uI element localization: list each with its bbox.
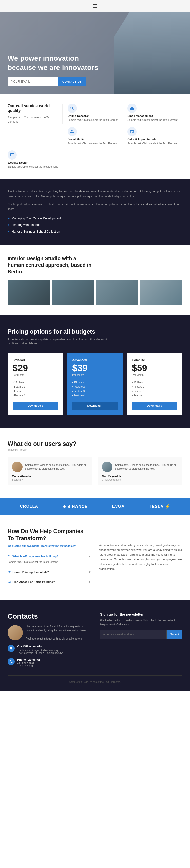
testimonial-text-2: Sample text. Click to select the text bo… bbox=[115, 463, 178, 471]
newsletter-submit-button[interactable]: Submit bbox=[167, 630, 182, 639]
calls-title: Calls & Appointments bbox=[127, 138, 182, 141]
newsletter-area: Sign up for the newsletter Want to be th… bbox=[100, 612, 182, 668]
pricing-header: Pricing options for all budgets Excepteu… bbox=[8, 328, 182, 346]
social-icon bbox=[68, 127, 77, 136]
download-advanced-button[interactable]: Download ↓ bbox=[72, 402, 118, 410]
footer-bottom: Sample text. Click to select the Text El… bbox=[8, 675, 182, 683]
accordion-header-1[interactable]: 01.What is off page seo link building? ▼ bbox=[8, 555, 91, 558]
phone-line1: +912 567 8987 bbox=[17, 662, 40, 665]
tier-standart: Standart bbox=[13, 358, 58, 362]
website-title: Website Design bbox=[8, 161, 63, 164]
bullet-list: ▶Managing Your Career Development ▶Leadi… bbox=[8, 215, 182, 235]
email-text: Sample text. Click to select the Text El… bbox=[127, 118, 182, 122]
feature-item-website: Website Design Sample text. Click to sel… bbox=[8, 150, 63, 168]
transform-title: How Do We Help Companies To Transform? bbox=[8, 528, 91, 542]
office-line2: The Courtyard, Al Qouz 1, Colorado USA bbox=[17, 652, 63, 654]
avatar-nat bbox=[102, 462, 113, 472]
office-title: Our Office Location bbox=[17, 645, 63, 648]
testimonial-header-2: Sample text. Click to select the text bo… bbox=[102, 462, 178, 472]
testimonial-card-1: Sample text. Click to select the text bo… bbox=[8, 457, 92, 485]
logos-section: CROLLA ◈ BINANCE EVGA TESLA ⚡ bbox=[0, 498, 190, 515]
dark-section: Amet luctus venenatis lectus magna fring… bbox=[0, 179, 190, 245]
phone-line2: +912 352 3336 bbox=[17, 665, 40, 668]
pricing-card-complite: Complite $59 Per Month • 15 Users • Feat… bbox=[127, 353, 182, 415]
tier-advanced: Advanced bbox=[72, 358, 118, 362]
download-complite-button[interactable]: Download ↓ bbox=[132, 402, 177, 410]
accordion-arrow-2: ▼ bbox=[88, 570, 91, 574]
main-feature-text: Sample text. Click to select the Text El… bbox=[8, 115, 58, 124]
testimonial-text-1: Sample text. Click to select the text bo… bbox=[25, 463, 88, 471]
newsletter-form: Submit bbox=[100, 630, 182, 639]
calls-icon bbox=[127, 127, 136, 136]
testimonial-name-1: Celia Almeda bbox=[12, 475, 88, 478]
accordion-arrow-1: ▼ bbox=[88, 555, 91, 558]
dark-paragraph-2: Nec feugiat nisl pretium fusce id. Justo… bbox=[8, 202, 182, 211]
office-icon bbox=[8, 645, 15, 652]
hamburger-icon[interactable]: ☰ bbox=[93, 3, 97, 9]
testimonials-section: What do our users say? Image by Freepik … bbox=[0, 428, 190, 498]
website-icon bbox=[8, 150, 17, 159]
online-research-text: Sample text. Click to select the Text El… bbox=[68, 118, 123, 122]
accordion-title-1: 01.What is off page seo link building? bbox=[8, 555, 59, 558]
testimonial-name-2: Nat Reynolds bbox=[102, 475, 178, 478]
accordion-arrow-3: ▼ bbox=[88, 580, 91, 584]
footer-text: Sample text. Click to select the Text El… bbox=[8, 681, 182, 683]
avatar-celia bbox=[12, 462, 23, 472]
testimonials-credit: Image by Freepik bbox=[8, 448, 182, 451]
accordion-item-3: 03.Plan Ahead For Home Painting? ▼ bbox=[8, 577, 91, 587]
contact-us-button[interactable]: CONTACT US bbox=[58, 78, 86, 86]
gallery-item-2 bbox=[52, 280, 94, 305]
logo-tesla: TESLA ⚡ bbox=[149, 504, 170, 509]
gallery-item-1 bbox=[8, 280, 50, 305]
feature-item-online-research: Online Research Sample text. Click to se… bbox=[68, 104, 123, 122]
email-input[interactable] bbox=[8, 78, 58, 86]
newsletter-input[interactable] bbox=[100, 630, 167, 639]
download-standart-button[interactable]: Download ↓ bbox=[13, 402, 58, 410]
gallery-grid bbox=[8, 280, 182, 305]
features-standart: • 15 Users • Feature 2 • Feature 3 • Fea… bbox=[13, 380, 58, 398]
social-text: Sample text. Click to select the Text El… bbox=[68, 142, 123, 145]
pricing-subtitle: Excepteur sint occaecat cupidatat non pr… bbox=[8, 337, 109, 346]
tier-complite: Complite bbox=[132, 358, 177, 362]
bullet-arrow-3: ▶ bbox=[8, 230, 10, 233]
period-complite: Per Month bbox=[132, 374, 177, 376]
gallery-item-4 bbox=[140, 280, 182, 305]
accordion-header-3[interactable]: 03.Plan Ahead For Home Painting? ▼ bbox=[8, 580, 91, 584]
accordion-header-2[interactable]: 02.House Painting Essentials? ▼ bbox=[8, 570, 91, 574]
bullet-arrow-1: ▶ bbox=[8, 217, 10, 220]
accordion-content-1: Sample text. Click to select the Text El… bbox=[8, 560, 91, 564]
features-grid: Our call service world quality Sample te… bbox=[8, 104, 182, 168]
contacts-desc: Use our contact form for all information… bbox=[26, 625, 90, 641]
pricing-section: Pricing options for all budgets Excepteu… bbox=[0, 315, 190, 428]
main-feature-title: Our call service world quality bbox=[8, 104, 58, 113]
testimonials-title: What do our users say? bbox=[8, 440, 182, 447]
accordion-item-2: 02.House Painting Essentials? ▼ bbox=[8, 567, 91, 577]
bullet-item-2: ▶Leading with Finance bbox=[8, 222, 182, 228]
contacts-title: Contacts bbox=[8, 612, 90, 621]
feature-item-calls: Calls & Appointments Sample text. Click … bbox=[127, 127, 182, 145]
pricing-card-advanced: Advanced $39 Per Month • 15 Users • Feat… bbox=[67, 353, 123, 415]
logo-crolla: CROLLA bbox=[20, 504, 38, 509]
transform-grid: How Do We Help Companies To Transform? W… bbox=[8, 528, 182, 587]
period-standart: Per Month bbox=[13, 374, 58, 376]
testimonial-card-2: Sample text. Click to select the text bo… bbox=[98, 457, 182, 485]
testimonials-grid: Sample text. Click to select the text bo… bbox=[8, 457, 182, 485]
phone-icon bbox=[8, 658, 15, 665]
website-text: Sample text. Click to select the Text El… bbox=[8, 165, 63, 168]
features-section: Our call service world quality Sample te… bbox=[0, 94, 190, 179]
transform-left: How Do We Help Companies To Transform? W… bbox=[8, 528, 91, 587]
hero-form: CONTACT US bbox=[8, 78, 104, 86]
online-research-title: Online Research bbox=[68, 114, 123, 117]
methodology-label: We created our own Digital Transformatio… bbox=[8, 545, 91, 548]
accordion-title-3: 03.Plan Ahead For Home Painting? bbox=[8, 581, 55, 584]
features-complite: • 15 Users • Feature 2 • Feature 3 • Fea… bbox=[132, 380, 177, 398]
pricing-cards: Standart $29 Per Month • 15 Users • Feat… bbox=[8, 353, 182, 415]
contacts-avatar bbox=[8, 625, 23, 640]
feature-main: Our call service world quality Sample te… bbox=[8, 104, 63, 124]
phone-title: Phone (Landline) bbox=[17, 658, 40, 661]
social-title: Social Media bbox=[68, 138, 123, 141]
transform-right: We want to understand who your clients a… bbox=[99, 528, 182, 587]
phone-info: Phone (Landline) +912 567 8987 +912 352 … bbox=[8, 658, 90, 668]
testimonial-header-1: Sample text. Click to select the text bo… bbox=[12, 462, 88, 472]
calls-text: Sample text. Click to select the Text El… bbox=[127, 142, 182, 145]
